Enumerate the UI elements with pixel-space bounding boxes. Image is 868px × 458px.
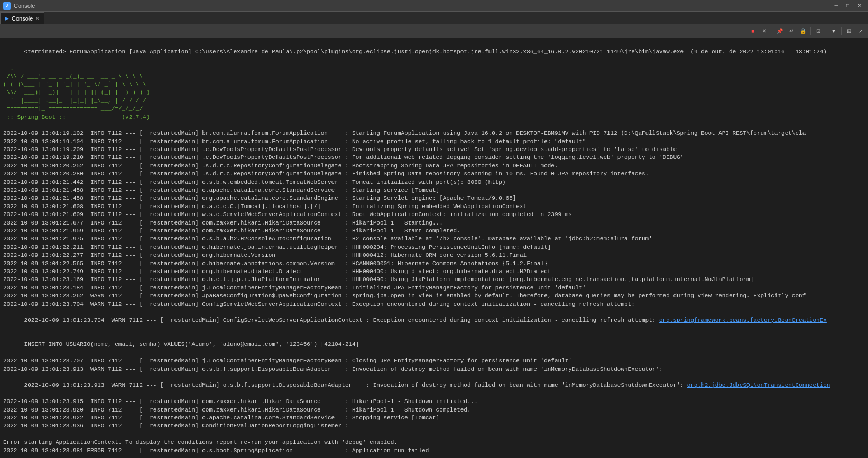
spring-logo-line-1: . ____ _ __ _ _ — [3, 64, 865, 72]
log-line-12: 2022-10-09 13:01:21.959 INFO 7112 --- [ … — [3, 227, 865, 235]
maximize-view-button[interactable]: ↗ — [855, 26, 866, 36]
spring-logo-line-3: ( ( )\___ | '_ | '_| | '_ \/ _` | \ \ \ … — [3, 81, 865, 89]
pin-console-button[interactable]: 📌 — [774, 26, 785, 36]
clear-console-button[interactable]: ⊡ — [813, 26, 824, 36]
warn-prefix: 2022-10-09 13:01:23.704 WARN 7112 --- [ … — [24, 317, 659, 323]
log-line-1: 2022-10-09 13:01:19.104 INFO 7112 --- [ … — [3, 138, 865, 146]
toolbar-separator-4 — [841, 27, 842, 35]
spring-logo-line-7: :: Spring Boot :: (v2.7.4) — [3, 114, 865, 121]
eclipse-window: J Console ─ □ ✕ ▶ Console ✕ ■ ✕ 📌 ↵ 🔒 ⊡ … — [0, 0, 868, 458]
error-context-line: Error starting ApplicationContext. To di… — [3, 438, 865, 446]
console-icon: J — [3, 2, 11, 10]
insert-text-1: INSERT INTO USUARIO(nome, email, senha) … — [24, 341, 359, 348]
terminated-text: <terminated> ForumApplication [Java Appl… — [24, 49, 827, 55]
blank-line-3 — [3, 455, 865, 458]
log-line-13: 2022-10-09 13:01:21.975 INFO 7112 --- [ … — [3, 235, 865, 243]
toolbar-separator-2 — [810, 27, 811, 35]
log-block-2: 2022-10-09 13:01:23.707 INFO 7112 --- [ … — [3, 357, 865, 373]
log-line-9: 2022-10-09 13:01:21.608 INFO 7112 --- [ … — [3, 203, 865, 211]
scroll-lock-button[interactable]: 🔒 — [798, 26, 808, 36]
log-line-21: 2022-10-09 13:01:23.704 WARN 7112 --- [ … — [3, 301, 865, 309]
spring-logo-line-2: /\\ / ___'_ __ _ _(_)_ __ __ _ \ \ \ \ — [3, 73, 865, 81]
log-line-6: 2022-10-09 13:01:21.442 INFO 7112 --- [ … — [3, 179, 865, 186]
close-window-button[interactable]: ✕ — [854, 1, 865, 11]
window-controls: ─ □ ✕ — [831, 1, 865, 11]
log-block-1: 2022-10-09 13:01:19.102 INFO 7112 --- [ … — [3, 129, 865, 309]
warn-prefix-2: 2022-10-09 13:01:23.913 WARN 7112 --- [ … — [24, 382, 687, 388]
console-tab-close[interactable]: ✕ — [35, 16, 40, 21]
log-line-2-0: 2022-10-09 13:01:23.707 INFO 7112 --- [ … — [3, 357, 865, 365]
log-line-2: 2022-10-09 13:01:19.209 INFO 7112 --- [ … — [3, 146, 865, 154]
word-wrap-button[interactable]: ↵ — [786, 26, 797, 36]
log-line-8: 2022-10-09 13:01:21.458 INFO 7112 --- [ … — [3, 194, 865, 202]
remove-terminated-button[interactable]: ✕ — [759, 26, 770, 36]
warn-link-line-2: 2022-10-09 13:01:23.913 WARN 7112 --- [ … — [3, 373, 865, 398]
log-line-3-3: 2022-10-09 13:01:23.936 INFO 7112 --- [ … — [3, 422, 865, 430]
console-toolbar: ■ ✕ 📌 ↵ 🔒 ⊡ ▼ ⊞ ↗ — [0, 24, 868, 38]
log-line-3-2: 2022-10-09 13:01:23.922 INFO 7112 --- [ … — [3, 414, 865, 422]
log-block-3: 2022-10-09 13:01:23.915 INFO 7112 --- [ … — [3, 398, 865, 431]
toolbar-separator-1 — [772, 27, 772, 35]
console-tab-label: Console — [12, 15, 33, 22]
log-line-2-1: 2022-10-09 13:01:23.913 WARN 7112 --- [ … — [3, 366, 865, 373]
warn-link-line: 2022-10-09 13:01:23.704 WARN 7112 --- [ … — [3, 309, 865, 333]
log-line-0: 2022-10-09 13:01:19.102 INFO 7112 --- [ … — [3, 129, 865, 137]
log-line-17: 2022-10-09 13:01:22.749 INFO 7112 --- [ … — [3, 268, 865, 276]
terminated-line: <terminated> ForumApplication [Java Appl… — [3, 40, 865, 64]
window-title: Console — [14, 3, 831, 9]
maximize-button[interactable]: □ — [843, 1, 853, 11]
log-line-20: 2022-10-09 13:01:23.262 WARN 7112 --- [ … — [3, 292, 865, 300]
log-line-3-1: 2022-10-09 13:01:23.920 INFO 7112 --- [ … — [3, 406, 865, 414]
spring-logo-line-4: \\/ ___)| |_)| | | | | || (_| | ) ) ) ) — [3, 89, 865, 97]
console-output[interactable]: <terminated> ForumApplication [Java Appl… — [0, 38, 868, 458]
new-console-button[interactable]: ⊞ — [844, 26, 854, 36]
log-line-10: 2022-10-09 13:01:21.609 INFO 7112 --- [ … — [3, 211, 865, 219]
toolbar-separator-3 — [826, 27, 826, 35]
log-line-5: 2022-10-09 13:01:20.280 INFO 7112 --- [ … — [3, 170, 865, 178]
tab-bar: ▶ Console ✕ — [0, 12, 868, 24]
blank-line-1 — [3, 121, 865, 129]
insert-line-1: INSERT INTO USUARIO(nome, email, senha) … — [3, 333, 865, 357]
spring-logo-line-5: ' |____| .__|_| |_|_| |_\__, | / / / / — [3, 97, 865, 105]
console-tab-icon: ▶ — [5, 15, 9, 21]
title-bar: J Console ─ □ ✕ — [0, 0, 868, 12]
minimize-button[interactable]: ─ — [831, 1, 842, 11]
warn-link-text[interactable]: org.springframework.beans.factory.BeanCr… — [659, 317, 827, 323]
log-line-16: 2022-10-09 13:01:22.565 INFO 7112 --- [ … — [3, 260, 865, 268]
log-line-15: 2022-10-09 13:01:22.277 INFO 7112 --- [ … — [3, 251, 865, 259]
spring-logo-line-6: =========|_|==============|___/=/_/_/_/ — [3, 105, 865, 113]
log-line-7: 2022-10-09 13:01:21.458 INFO 7112 --- [ … — [3, 186, 865, 194]
console-tab[interactable]: ▶ Console ✕ — [0, 12, 44, 24]
log-line-14: 2022-10-09 13:01:22.211 INFO 7112 --- [ … — [3, 244, 865, 251]
log-line-3: 2022-10-09 13:01:19.210 INFO 7112 --- [ … — [3, 154, 865, 162]
warn-link-text-2[interactable]: org.h2.jdbc.JdbcSQLNonTransientConnectio… — [687, 382, 830, 388]
log-line-11: 2022-10-09 13:01:21.677 INFO 7112 --- [ … — [3, 219, 865, 227]
log-line-3-0: 2022-10-09 13:01:23.915 INFO 7112 --- [ … — [3, 398, 865, 406]
error-run-failed-line: 2022-10-09 13:01:23.981 ERROR 7112 --- [… — [3, 447, 865, 455]
blank-line-2 — [3, 431, 865, 438]
spring-logo-block: . ____ _ __ _ _ /\\ / ___'_ __ _ _(_)_ _… — [3, 64, 865, 121]
terminate-button[interactable]: ■ — [747, 26, 758, 36]
log-line-19: 2022-10-09 13:01:23.184 INFO 7112 --- [ … — [3, 284, 865, 292]
open-console-button[interactable]: ▼ — [828, 26, 839, 36]
log-line-4: 2022-10-09 13:01:20.252 INFO 7112 --- [ … — [3, 162, 865, 170]
log-line-18: 2022-10-09 13:01:23.169 INFO 7112 --- [ … — [3, 276, 865, 284]
